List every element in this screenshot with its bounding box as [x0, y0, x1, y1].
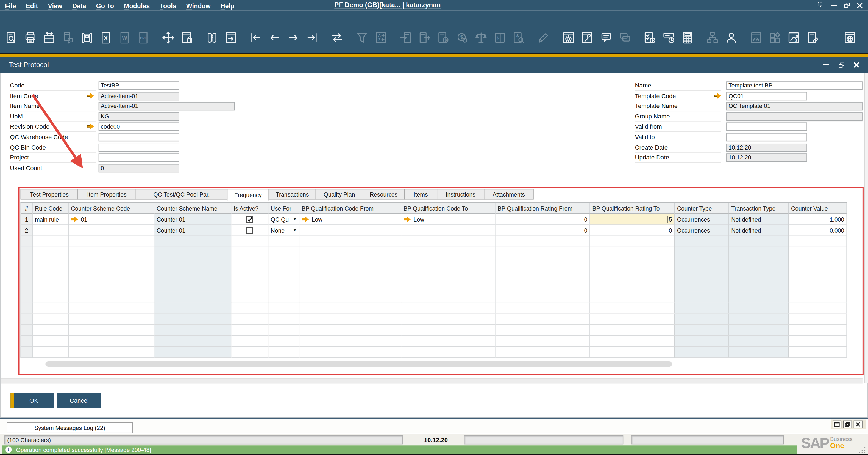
- cell-scheme_name[interactable]: [154, 258, 231, 269]
- col-header-txn_type[interactable]: Transaction Type: [729, 203, 789, 214]
- col-header-counter_value[interactable]: Counter Value: [789, 203, 847, 214]
- cell-scheme_code[interactable]: 01: [69, 214, 154, 225]
- cell-num[interactable]: [21, 236, 33, 247]
- ok-button[interactable]: OK: [10, 393, 54, 408]
- refresh-arrows-icon[interactable]: [330, 30, 344, 45]
- chat-bubble-icon[interactable]: [599, 30, 613, 45]
- window-list-icon[interactable]: [817, 0, 824, 10]
- cell-rating_from[interactable]: [496, 303, 590, 313]
- field-create-date[interactable]: 10.12.20: [726, 143, 807, 151]
- cell-rating_to[interactable]: [590, 336, 675, 347]
- cell-code_from[interactable]: Low: [300, 214, 401, 225]
- cell-scheme_code[interactable]: [69, 225, 154, 236]
- close-icon[interactable]: [854, 62, 859, 68]
- cell-scheme_name[interactable]: [154, 236, 231, 247]
- cell-counter_value[interactable]: [789, 291, 847, 303]
- menu-data[interactable]: Data: [67, 2, 91, 9]
- field-item-name[interactable]: Active-Item-01: [99, 102, 235, 110]
- cell-use_for[interactable]: None▼: [268, 225, 300, 236]
- cell-active[interactable]: [231, 280, 268, 291]
- link-arrow-icon[interactable]: [87, 93, 94, 98]
- link-arrow-icon[interactable]: [302, 216, 309, 222]
- field-name[interactable]: Template test BP: [726, 81, 863, 90]
- cell-txn_type[interactable]: Not defined: [729, 214, 789, 225]
- menu-help[interactable]: Help: [216, 2, 240, 9]
- cell-rule_code[interactable]: [33, 325, 69, 336]
- cell-scheme_name[interactable]: [154, 269, 231, 280]
- cell-scheme_name[interactable]: [154, 347, 231, 358]
- cell-scheme_code[interactable]: [69, 325, 154, 336]
- system-messages-log-tab[interactable]: System Messages Log (22): [7, 422, 133, 433]
- card-clock-icon[interactable]: [661, 30, 676, 45]
- cell-use_for[interactable]: [268, 314, 300, 325]
- gauge-form-icon[interactable]: [749, 30, 763, 45]
- cell-active[interactable]: [231, 236, 268, 247]
- move-arrows-icon[interactable]: [161, 30, 175, 45]
- doc-pencil-icon[interactable]: [805, 30, 820, 45]
- cell-counter_type[interactable]: [675, 236, 729, 247]
- cell-rule_code[interactable]: [33, 347, 69, 358]
- col-header-counter_type[interactable]: Counter Type: [675, 203, 729, 214]
- cell-code_from[interactable]: [300, 225, 401, 236]
- cell-txn_type[interactable]: [729, 347, 789, 358]
- doc-arrow-in-icon[interactable]: [399, 30, 413, 45]
- cell-rule_code[interactable]: [33, 236, 69, 247]
- sort-az-icon[interactable]: AZ: [374, 30, 388, 45]
- cell-active[interactable]: [231, 225, 268, 236]
- grid-diamond-icon[interactable]: [768, 30, 782, 45]
- field-item-code[interactable]: Active-Item-01: [99, 92, 179, 100]
- field-template-name[interactable]: QC Template 01: [726, 102, 863, 110]
- cell-rule_code[interactable]: [33, 303, 69, 313]
- money-circle-icon[interactable]: $: [455, 30, 469, 45]
- cell-counter_type[interactable]: [675, 247, 729, 258]
- cell-num[interactable]: [21, 303, 33, 313]
- cell-counter_value[interactable]: [789, 325, 847, 336]
- cell-rating_from[interactable]: [496, 236, 590, 247]
- field-used-count[interactable]: 0: [99, 164, 179, 172]
- cell-counter_type[interactable]: Occurrences: [675, 225, 729, 236]
- col-header-num[interactable]: #: [21, 203, 33, 214]
- cell-rule_code[interactable]: [33, 269, 69, 280]
- cell-active[interactable]: [231, 347, 268, 358]
- field-revision-code[interactable]: code00: [99, 123, 179, 131]
- cell-num[interactable]: [21, 247, 33, 258]
- col-header-rating_to[interactable]: BP Qualification Rating To: [590, 203, 675, 214]
- cell-scheme_name[interactable]: [154, 247, 231, 258]
- tab-frequency[interactable]: Frequency: [227, 189, 269, 200]
- maximize-icon[interactable]: [833, 421, 841, 428]
- cell-scheme_code[interactable]: [69, 303, 154, 313]
- checkbox-unchecked[interactable]: [246, 227, 253, 233]
- cell-use_for[interactable]: [268, 258, 300, 269]
- cell-counter_value[interactable]: 1.000: [789, 214, 847, 225]
- cell-code_from[interactable]: [300, 247, 401, 258]
- calculator-icon[interactable]: [680, 30, 695, 45]
- cell-code_from[interactable]: [300, 347, 401, 358]
- cell-counter_type[interactable]: [675, 258, 729, 269]
- cell-active[interactable]: [231, 247, 268, 258]
- cell-scheme_name[interactable]: [154, 314, 231, 325]
- cell-scheme_name[interactable]: [154, 303, 231, 313]
- cell-counter_type[interactable]: [675, 269, 729, 280]
- cell-counter_value[interactable]: [789, 280, 847, 291]
- cell-active[interactable]: [231, 214, 268, 225]
- field-qc-warehouse-code[interactable]: [99, 133, 179, 141]
- link-arrow-icon[interactable]: [404, 216, 411, 222]
- col-header-code_from[interactable]: BP Qualification Code From: [300, 203, 401, 214]
- resize-grip-icon[interactable]: [859, 447, 866, 454]
- cell-num[interactable]: 2: [21, 225, 33, 236]
- cell-scheme_code[interactable]: [69, 258, 154, 269]
- cell-rating_from[interactable]: [496, 269, 590, 280]
- cell-code_from[interactable]: [300, 269, 401, 280]
- cell-rating_to[interactable]: [590, 325, 675, 336]
- print-layout-icon[interactable]: [42, 30, 56, 45]
- cell-txn_type[interactable]: [729, 325, 789, 336]
- nav-next-icon[interactable]: [286, 30, 301, 45]
- money-panel-icon[interactable]: $: [493, 30, 507, 45]
- person-icon[interactable]: [724, 30, 738, 45]
- filter-funnel-icon[interactable]: [355, 30, 369, 45]
- money-search-icon[interactable]: $: [512, 30, 526, 45]
- cell-scheme_code[interactable]: [69, 236, 154, 247]
- cell-rating_to[interactable]: [590, 236, 675, 247]
- print-icon[interactable]: [23, 30, 38, 45]
- cell-code_from[interactable]: [300, 258, 401, 269]
